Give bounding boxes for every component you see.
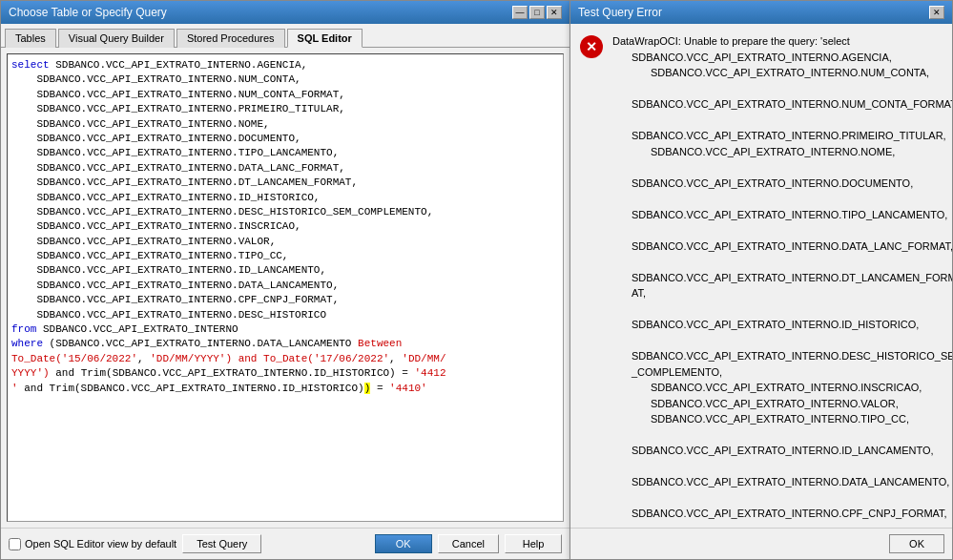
test-query-button[interactable]: Test Query bbox=[182, 534, 261, 553]
tab-visual-query-builder[interactable]: Visual Query Builder bbox=[58, 29, 175, 48]
error-icon: ✕ bbox=[580, 35, 603, 58]
error-line-8: SDBANCO.VCC_API_EXTRATO_INTERNO.TIPO_LAN… bbox=[612, 207, 952, 223]
footer-left: Open SQL Editor view by default Test Que… bbox=[9, 534, 261, 553]
error-line-5: SDBANCO.VCC_API_EXTRATO_INTERNO.PRIMEIRO… bbox=[612, 128, 952, 144]
error-text: DataWrapOCI: Unable to prepare the query… bbox=[612, 33, 952, 528]
close-button[interactable]: ✕ bbox=[547, 6, 562, 19]
tabs-bar: Tables Visual Query Builder Stored Proce… bbox=[1, 24, 570, 48]
sql-line-17: SDBANCO.VCC_API_EXTRATO_INTERNO.CPF_CNPJ… bbox=[11, 293, 559, 307]
error-close-button[interactable]: ✕ bbox=[929, 6, 944, 19]
sql-line-11: SDBANCO.VCC_API_EXTRATO_INTERNO.DESC_HIS… bbox=[11, 205, 559, 219]
error-ok-button[interactable]: OK bbox=[889, 534, 944, 553]
error-line-2: SDBANCO.VCC_API_EXTRATO_INTERNO.AGENCIA, bbox=[612, 50, 952, 66]
error-line-18: SDBANCO.VCC_API_EXTRATO_INTERNO.CPF_CNPJ… bbox=[612, 506, 952, 522]
error-dialog: Test Query Error ✕ ✕ DataWrapOCI: Unable… bbox=[570, 0, 953, 560]
error-line-14: SDBANCO.VCC_API_EXTRATO_INTERNO.VALOR, bbox=[612, 396, 952, 412]
error-line-13: SDBANCO.VCC_API_EXTRATO_INTERNO.INSCRICA… bbox=[612, 380, 952, 396]
open-sql-editor-label: Open SQL Editor view by default bbox=[25, 538, 176, 550]
sql-line-3: SDBANCO.VCC_API_EXTRATO_INTERNO.NUM_CONT… bbox=[11, 88, 559, 102]
open-sql-editor-checkbox-label[interactable]: Open SQL Editor view by default bbox=[9, 538, 176, 550]
ok-button[interactable]: OK bbox=[375, 534, 432, 553]
sql-line-16: SDBANCO.VCC_API_EXTRATO_INTERNO.DATA_LAN… bbox=[11, 279, 559, 293]
sql-line-10: SDBANCO.VCC_API_EXTRATO_INTERNO.ID_HISTO… bbox=[11, 191, 559, 205]
error-line-3: SDBANCO.VCC_API_EXTRATO_INTERNO.NUM_CONT… bbox=[612, 65, 952, 81]
error-line-1: DataWrapOCI: Unable to prepare the query… bbox=[612, 33, 952, 50]
cancel-button[interactable]: Cancel bbox=[438, 534, 499, 553]
sql-line-12: SDBANCO.VCC_API_EXTRATO_INTERNO.INSCRICA… bbox=[11, 219, 559, 234]
sql-line-2: SDBANCO.VCC_API_EXTRATO_INTERNO.NUM_CONT… bbox=[11, 73, 559, 87]
error-line-15: SDBANCO.VCC_API_EXTRATO_INTERNO.TIPO_CC, bbox=[612, 411, 952, 427]
error-footer: OK bbox=[570, 528, 952, 559]
sql-line-1: select SDBANCO.VCC_API_EXTRATO_INTERNO.A… bbox=[11, 58, 559, 73]
maximize-button[interactable]: □ bbox=[529, 6, 545, 19]
error-line-6: SDBANCO.VCC_API_EXTRATO_INTERNO.NOME, bbox=[612, 144, 952, 160]
open-sql-editor-checkbox[interactable] bbox=[9, 538, 21, 550]
tab-stored-procedures[interactable]: Stored Procedures bbox=[176, 29, 285, 48]
error-line-7: SDBANCO.VCC_API_EXTRATO_INTERNO.DOCUMENT… bbox=[612, 176, 952, 192]
minimize-button[interactable]: — bbox=[512, 6, 528, 19]
error-line-10: SDBANCO.VCC_API_EXTRATO_INTERNO.DT_LANCA… bbox=[612, 270, 952, 286]
sql-line-9: SDBANCO.VCC_API_EXTRATO_INTERNO.DT_LANCA… bbox=[11, 176, 559, 190]
error-icon-row: ✕ DataWrapOCI: Unable to prepare the que… bbox=[580, 33, 943, 528]
sql-line-4: SDBANCO.VCC_API_EXTRATO_INTERNO.PRIMEIRO… bbox=[11, 102, 559, 116]
sql-line-5: SDBANCO.VCC_API_EXTRATO_INTERNO.NOME, bbox=[11, 117, 559, 132]
sql-line-20: where (SDBANCO.VCC_API_EXTRATO_INTERNO.D… bbox=[11, 337, 559, 351]
titlebar-buttons: — □ ✕ bbox=[512, 6, 562, 19]
sql-line-13: SDBANCO.VCC_API_EXTRATO_INTERNO.VALOR, bbox=[11, 235, 559, 249]
sql-line-7: SDBANCO.VCC_API_EXTRATO_INTERNO.TIPO_LAN… bbox=[11, 146, 559, 160]
sql-line-23: ' and Trim(SDBANCO.VCC_API_EXTRATO_INTER… bbox=[11, 382, 559, 396]
error-line-17: SDBANCO.VCC_API_EXTRATO_INTERNO.DATA_LAN… bbox=[612, 474, 952, 490]
sql-line-18: SDBANCO.VCC_API_EXTRATO_INTERNO.DESC_HIS… bbox=[11, 308, 559, 322]
main-dialog-title: Choose Table or Specify Query bbox=[9, 6, 167, 19]
help-button[interactable]: Help bbox=[505, 534, 562, 553]
tab-sql-editor[interactable]: SQL Editor bbox=[287, 29, 363, 48]
error-line-12b: _COMPLEMENTO, bbox=[612, 364, 952, 381]
dialog-footer: Open SQL Editor view by default Test Que… bbox=[1, 528, 570, 559]
error-content: ✕ DataWrapOCI: Unable to prepare the que… bbox=[570, 24, 952, 528]
sql-line-19: from SDBANCO.VCC_API_EXTRATO_INTERNO bbox=[11, 322, 559, 337]
main-dialog-titlebar: Choose Table or Specify Query — □ ✕ bbox=[1, 1, 570, 24]
sql-line-6: SDBANCO.VCC_API_EXTRATO_INTERNO.DOCUMENT… bbox=[11, 132, 559, 146]
sql-editor-area[interactable]: select SDBANCO.VCC_API_EXTRATO_INTERNO.A… bbox=[7, 53, 564, 522]
sql-line-22: YYYY') and Trim(SDBANCO.VCC_API_EXTRATO_… bbox=[11, 366, 559, 381]
tab-tables[interactable]: Tables bbox=[5, 29, 56, 48]
error-dialog-title: Test Query Error bbox=[578, 6, 662, 19]
sql-line-15: SDBANCO.VCC_API_EXTRATO_INTERNO.ID_LANCA… bbox=[11, 263, 559, 278]
main-dialog: Choose Table or Specify Query — □ ✕ Tabl… bbox=[0, 0, 570, 560]
footer-buttons: OK Cancel Help bbox=[375, 534, 562, 553]
error-line-16: SDBANCO.VCC_API_EXTRATO_INTERNO.ID_LANCA… bbox=[612, 443, 952, 459]
sql-line-14: SDBANCO.VCC_API_EXTRATO_INTERNO.TIPO_CC, bbox=[11, 249, 559, 263]
error-line-11: SDBANCO.VCC_API_EXTRATO_INTERNO.ID_HISTO… bbox=[612, 317, 952, 333]
error-line-10b: AT, bbox=[612, 285, 952, 301]
error-line-4: SDBANCO.VCC_API_EXTRATO_INTERNO.NUM_CONT… bbox=[612, 96, 952, 113]
sql-line-21: To_Date('15/06/2022', 'DD/MM/YYYY') and … bbox=[11, 352, 559, 366]
error-line-9: SDBANCO.VCC_API_EXTRATO_INTERNO.DATA_LAN… bbox=[612, 239, 952, 255]
error-line-12: SDBANCO.VCC_API_EXTRATO_INTERNO.DESC_HIS… bbox=[612, 348, 952, 364]
error-dialog-titlebar: Test Query Error ✕ bbox=[570, 1, 952, 24]
sql-line-8: SDBANCO.VCC_API_EXTRATO_INTERNO.DATA_LAN… bbox=[11, 161, 559, 176]
